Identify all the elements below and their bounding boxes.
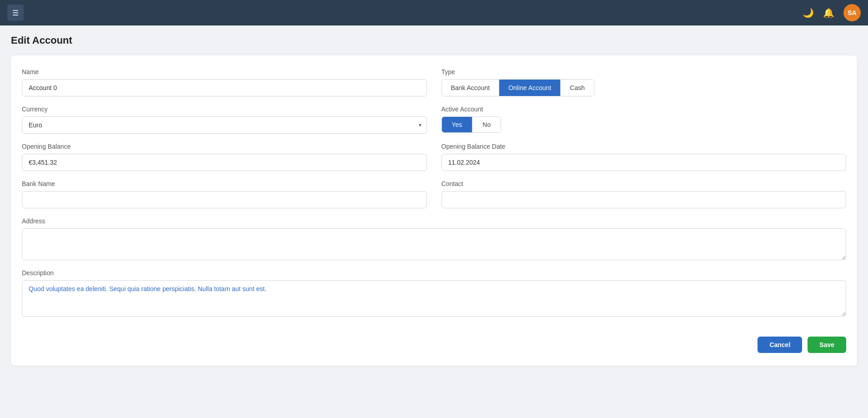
- currency-group: Currency Euro USD GBP ▾: [22, 106, 427, 134]
- hamburger-button[interactable]: ☰: [7, 5, 24, 21]
- active-account-button-group: Yes No: [442, 116, 502, 133]
- type-group: Type Bank Account Online Account Cash: [442, 68, 847, 96]
- type-online-button[interactable]: Online Account: [499, 80, 561, 96]
- page-title: Edit Account: [11, 35, 857, 46]
- moon-icon[interactable]: 🌙: [803, 7, 814, 18]
- opening-balance-input[interactable]: [22, 154, 427, 171]
- bank-name-input[interactable]: [22, 191, 427, 208]
- save-button[interactable]: Save: [808, 337, 846, 353]
- currency-label: Currency: [22, 106, 427, 113]
- name-label: Name: [22, 68, 427, 76]
- currency-select-wrapper: Euro USD GBP ▾: [22, 116, 427, 134]
- avatar[interactable]: SA: [843, 4, 861, 21]
- bank-name-label: Bank Name: [22, 180, 427, 187]
- name-group: Name: [22, 68, 427, 96]
- form-row-address: Address: [22, 217, 846, 260]
- bank-name-group: Bank Name: [22, 180, 427, 208]
- currency-select[interactable]: Euro USD GBP: [22, 116, 427, 134]
- footer-buttons: Cancel Save: [22, 329, 846, 353]
- page-content: Edit Account Name Type Bank Account Onli…: [0, 25, 868, 375]
- opening-balance-date-input[interactable]: [442, 154, 847, 171]
- type-bank-button[interactable]: Bank Account: [442, 80, 500, 96]
- form-row-1: Name Type Bank Account Online Account Ca…: [22, 68, 846, 96]
- topbar: ☰ 🌙 🔔 SA: [0, 0, 868, 25]
- form-row-description: Description Quod voluptates ea deleniti.…: [22, 269, 846, 317]
- description-textarea[interactable]: Quod voluptates ea deleniti. Sequi quia …: [22, 280, 846, 317]
- contact-group: Contact: [442, 180, 847, 208]
- cancel-button[interactable]: Cancel: [758, 337, 802, 353]
- type-label: Type: [442, 68, 847, 76]
- contact-input[interactable]: [442, 191, 847, 208]
- address-textarea[interactable]: [22, 228, 846, 260]
- no-button[interactable]: No: [472, 117, 501, 132]
- description-group: Description Quod voluptates ea deleniti.…: [22, 269, 846, 317]
- opening-balance-label: Opening Balance: [22, 143, 427, 150]
- topbar-left: ☰: [7, 5, 24, 21]
- address-group: Address: [22, 217, 846, 260]
- opening-balance-date-group: Opening Balance Date: [442, 143, 847, 171]
- form-row-3: Opening Balance Opening Balance Date: [22, 143, 846, 171]
- type-cash-button[interactable]: Cash: [561, 80, 594, 96]
- form-card: Name Type Bank Account Online Account Ca…: [11, 55, 857, 366]
- active-account-label: Active Account: [442, 106, 847, 113]
- yes-button[interactable]: Yes: [442, 117, 473, 132]
- form-row-2: Currency Euro USD GBP ▾ Active Account Y…: [22, 106, 846, 134]
- topbar-right: 🌙 🔔 SA: [803, 4, 861, 21]
- type-button-group: Bank Account Online Account Cash: [442, 79, 594, 96]
- hamburger-icon: ☰: [12, 9, 19, 17]
- active-account-group: Active Account Yes No: [442, 106, 847, 134]
- opening-balance-date-label: Opening Balance Date: [442, 143, 847, 150]
- form-row-4: Bank Name Contact: [22, 180, 846, 208]
- opening-balance-group: Opening Balance: [22, 143, 427, 171]
- address-label: Address: [22, 217, 846, 225]
- contact-label: Contact: [442, 180, 847, 187]
- description-label: Description: [22, 269, 846, 277]
- bell-icon[interactable]: 🔔: [823, 7, 834, 18]
- name-input[interactable]: [22, 79, 427, 96]
